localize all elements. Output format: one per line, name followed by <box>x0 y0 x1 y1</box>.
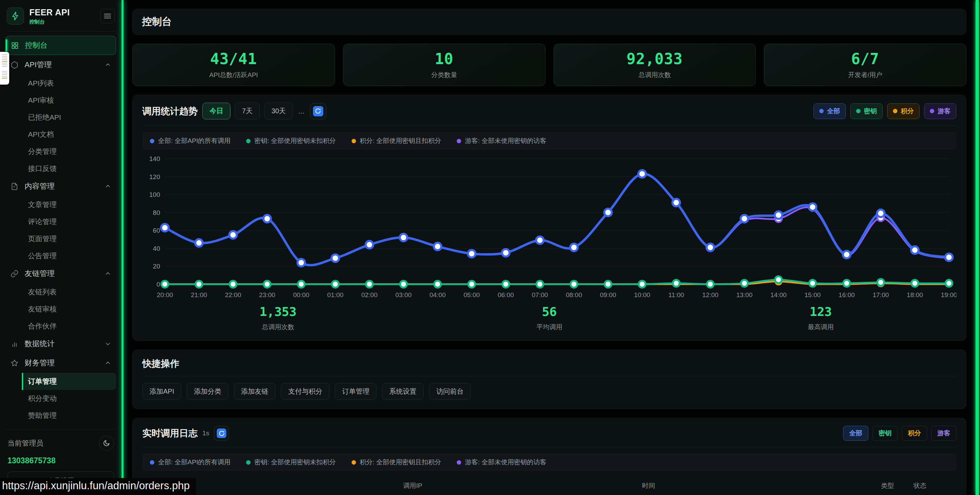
dot-icon <box>457 460 461 465</box>
quick-action-button[interactable]: 访问前台 <box>429 383 471 400</box>
legend-text: 游客: 全部未使用密钥的访客 <box>465 136 546 145</box>
sidebar-item[interactable]: 控制台 <box>5 36 116 55</box>
log-filter-visitor[interactable]: 游客 <box>931 426 956 441</box>
sidebar-item[interactable]: 财务管理 <box>5 354 116 372</box>
chip-label: 游客 <box>938 107 951 116</box>
sidebar-subitem[interactable]: 友链审核 <box>5 301 116 317</box>
main-content: 控制台 43/41API总数/活跃API10分类数量92,033总调用次数6/7… <box>124 0 980 495</box>
sidebar-item[interactable]: 友链管理 <box>5 264 116 283</box>
svg-text:18:00: 18:00 <box>907 291 923 298</box>
range-button[interactable]: 30天 <box>264 103 293 119</box>
range-button[interactable]: ... <box>298 107 305 116</box>
trend-refresh-button[interactable] <box>310 103 326 119</box>
quick-action-button[interactable]: 订单管理 <box>335 383 377 400</box>
quick-action-button[interactable]: 系统设置 <box>382 383 423 400</box>
sidebar-item[interactable]: 内容管理 <box>5 177 116 195</box>
grid-icon <box>11 41 19 50</box>
stat-card: 92,033总调用次数 <box>554 44 756 86</box>
dark-mode-toggle[interactable] <box>99 436 114 451</box>
trend-chart[interactable]: 02040608010012014020:0021:0022:0023:0000… <box>142 153 956 302</box>
chip-label: 密钥 <box>864 107 877 116</box>
svg-text:20:00: 20:00 <box>157 291 173 298</box>
sidebar-subitem[interactable]: 赞助管理 <box>5 407 116 424</box>
summary-stat: 123最高调用 <box>685 305 956 332</box>
log-filter-point[interactable]: 积分 <box>902 426 927 441</box>
page-thumbnail-overlay <box>0 52 9 85</box>
legend-item-key: 密钥: 全部使用密钥未扣积分 <box>246 458 336 467</box>
chip-label: 积分 <box>901 107 914 116</box>
svg-text:07:00: 07:00 <box>532 291 548 298</box>
range-button[interactable]: 今日 <box>202 103 231 119</box>
log-filter-all[interactable]: 全部 <box>843 426 869 441</box>
svg-text:17:00: 17:00 <box>872 291 889 298</box>
logs-column-header: 调用IP <box>400 477 639 495</box>
sidebar-subitem[interactable]: 页面管理 <box>5 230 116 248</box>
dot-icon <box>352 139 356 143</box>
quick-action-button[interactable]: 添加API <box>142 383 181 400</box>
sidebar-item[interactable]: 数据统计 <box>5 335 116 353</box>
stat-value: 92,033 <box>626 51 682 67</box>
logs-header: 实时调用日志 1s 全部密钥积分游客 <box>142 426 956 441</box>
sidebar-subitem[interactable]: API审核 <box>5 92 116 109</box>
sidebar-collapse-button[interactable] <box>100 9 115 23</box>
quick-action-button[interactable]: 添加分类 <box>187 383 228 400</box>
sidebar-subitem[interactable]: 积分变动 <box>5 390 116 407</box>
dot-icon <box>856 109 861 113</box>
sidebar-subitem[interactable]: 合作伙伴 <box>5 317 116 335</box>
svg-text:140: 140 <box>149 155 160 162</box>
sidebar-subitem[interactable]: 分类管理 <box>5 143 116 160</box>
sidebar-subitem[interactable]: 接口反馈 <box>5 160 116 177</box>
sidebar-subitem[interactable]: 订单管理 <box>22 373 116 390</box>
quick-action-button[interactable]: 添加友链 <box>234 383 275 400</box>
legend-text: 密钥: 全部使用密钥未扣积分 <box>254 458 336 467</box>
chevron-up-icon <box>105 62 111 68</box>
dot-icon <box>150 139 154 143</box>
sidebar-item[interactable]: API管理 <box>5 56 116 74</box>
sidebar-subitem[interactable]: API列表 <box>5 75 116 92</box>
stat-card: 6/7开发者/用户 <box>764 44 966 86</box>
svg-text:0: 0 <box>156 281 160 288</box>
logs-column-header: 状态 <box>910 477 956 495</box>
logs-legend-strip: 全部: 全部API的所有调用密钥: 全部使用密钥未扣积分积分: 全部使用密钥且扣… <box>142 454 956 471</box>
file-icon <box>10 182 19 191</box>
quick-action-button[interactable]: 支付与积分 <box>281 383 329 400</box>
legend-text: 积分: 全部使用密钥且扣积分 <box>360 458 441 467</box>
chevron-down-icon <box>105 341 111 347</box>
legend-chip-visitor[interactable]: 游客 <box>924 103 956 119</box>
moon-icon <box>103 439 110 447</box>
range-button[interactable]: 7天 <box>235 103 260 119</box>
summary-label: 总调用次数 <box>142 323 414 332</box>
sidebar-item[interactable]: 系统管理 <box>5 424 116 429</box>
sidebar-subitem[interactable]: 公告管理 <box>5 248 116 264</box>
logs-refresh-button[interactable] <box>214 426 229 441</box>
sidebar-subitem[interactable]: 已拒绝API <box>5 109 116 126</box>
sidebar-subitem[interactable]: 评论管理 <box>5 213 116 230</box>
scrollbar[interactable] <box>975 0 979 495</box>
logs-title: 实时调用日志 <box>142 427 198 439</box>
trend-chart-wrap: 02040608010012014020:0021:0022:0023:0000… <box>142 153 956 302</box>
sidebar-subitem[interactable]: 文章管理 <box>5 196 116 213</box>
svg-text:100: 100 <box>149 191 160 198</box>
trend-summary: 1,353总调用次数56平均调用123最高调用 <box>142 305 956 332</box>
sidebar-subitem[interactable]: API文档 <box>5 126 116 143</box>
trend-card: 调用统计趋势 今日7天30天... 全部密钥积分游客 全部: 全部API的所有调… <box>132 95 966 341</box>
svg-text:01:00: 01:00 <box>327 291 344 298</box>
stat-value: 10 <box>435 51 453 67</box>
trend-title: 调用统计趋势 <box>142 105 198 117</box>
log-filter-key[interactable]: 密钥 <box>872 426 898 441</box>
logs-table-header: #API调用IP时间类型状态 <box>142 477 956 495</box>
legend-chip-all[interactable]: 全部 <box>813 103 846 119</box>
legend-item-visitor: 游客: 全部未使用密钥的访客 <box>457 136 546 145</box>
stat-card: 10分类数量 <box>343 44 546 86</box>
sidebar-subitem[interactable]: 友链列表 <box>5 284 116 301</box>
range-buttons: 今日7天30天... <box>202 103 305 119</box>
trend-divider <box>142 125 956 126</box>
legend-chip-key[interactable]: 密钥 <box>850 103 883 119</box>
dot-icon <box>457 139 461 143</box>
star-icon <box>10 359 19 367</box>
legend-chip-point[interactable]: 积分 <box>887 103 920 119</box>
svg-text:11:00: 11:00 <box>668 291 684 298</box>
chevron-up-icon <box>105 183 111 190</box>
svg-text:03:00: 03:00 <box>395 291 412 298</box>
chip-label: 全部 <box>827 107 840 116</box>
